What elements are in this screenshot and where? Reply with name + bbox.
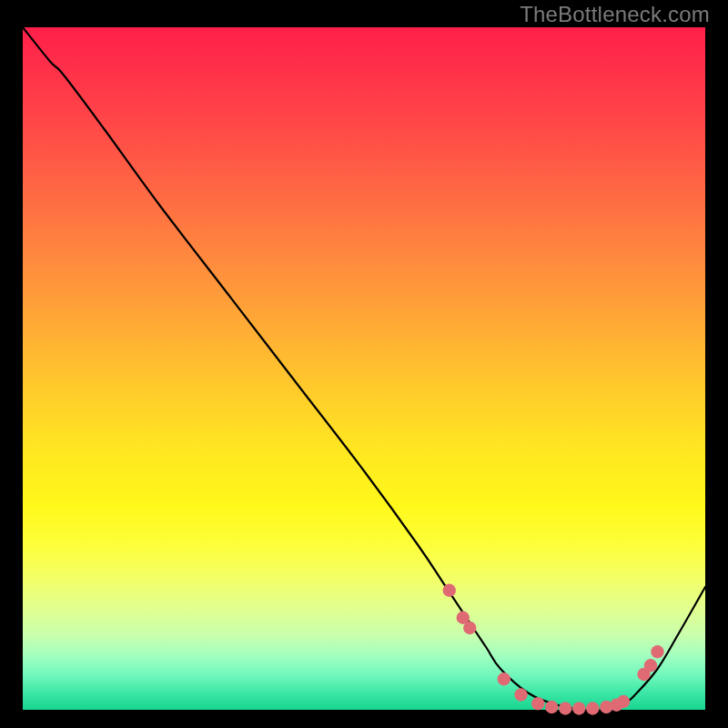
bottleneck-curve-line xyxy=(23,27,705,711)
curve-marker xyxy=(617,695,630,708)
curve-marker xyxy=(545,701,558,713)
curve-marker xyxy=(514,688,527,701)
curve-marker xyxy=(586,702,599,714)
curve-markers xyxy=(443,584,664,715)
curve-marker xyxy=(498,672,511,685)
curve-marker xyxy=(559,702,571,714)
curve-marker xyxy=(572,702,585,714)
plot-area xyxy=(23,27,705,710)
curve-marker xyxy=(443,584,456,597)
bottleneck-curve-svg xyxy=(23,27,705,710)
curve-marker xyxy=(463,622,476,634)
chart-stage: TheBottleneck.com xyxy=(0,0,728,728)
attribution-text: TheBottleneck.com xyxy=(520,2,710,27)
curve-marker xyxy=(531,697,544,710)
curve-marker xyxy=(651,645,663,658)
curve-marker xyxy=(644,659,657,672)
